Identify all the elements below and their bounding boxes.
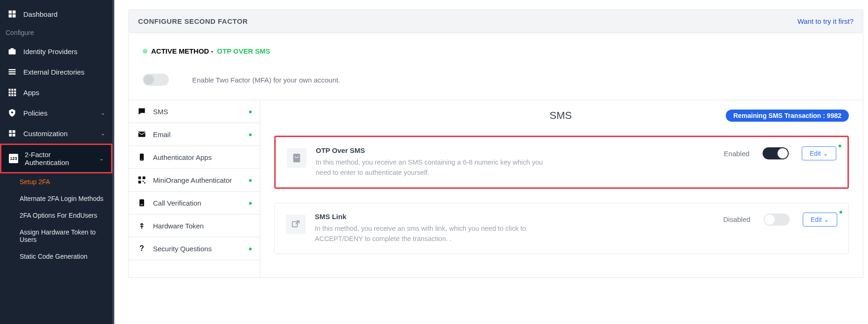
svg-rect-16 — [11, 94, 13, 96]
page-title: CONFIGURE SECOND FACTOR — [138, 17, 248, 25]
sidebar-item-apps[interactable]: Apps — [0, 82, 112, 103]
method-controls: Disabled Edit ⌄ — [723, 213, 838, 227]
tab-hardware-token[interactable]: Hardware Token — [129, 214, 260, 237]
method-name: OTP Over SMS — [316, 146, 715, 154]
method-card-sms-link: ● SMS Link In this method, you receive a… — [274, 203, 849, 254]
puzzle-icon — [7, 129, 17, 138]
svg-rect-19 — [9, 130, 12, 133]
methods-list: SMS Remaining SMS Transaction : 9982 ● O… — [260, 100, 863, 277]
tab-label: Call Verification — [153, 199, 201, 207]
svg-point-18 — [11, 111, 13, 113]
call-icon — [137, 198, 146, 207]
tab-authenticator-apps[interactable]: Authenticator Apps — [129, 146, 260, 169]
phone-icon — [137, 152, 146, 162]
svg-rect-0 — [9, 11, 12, 14]
method-name: SMS Link — [315, 213, 714, 221]
svg-rect-11 — [14, 89, 16, 91]
tab-call-verification[interactable]: Call Verification ● — [129, 192, 260, 214]
tab-security-questions[interactable]: ? Security Questions ● — [129, 237, 260, 260]
sidebar-section-configure: Configure — [0, 24, 112, 41]
tab-label: Authenticator Apps — [153, 153, 212, 161]
tab-label: Email — [153, 131, 171, 138]
check-icon: ● — [249, 176, 252, 184]
sidebar-item-policies[interactable]: Policies ⌄ — [0, 103, 112, 123]
dashboard-icon — [7, 9, 17, 19]
sidebar-item-label: Policies — [23, 109, 94, 117]
check-icon: ● — [249, 131, 252, 138]
main-content: CONFIGURE SECOND FACTOR Want to try it f… — [114, 0, 868, 324]
envelope-icon — [137, 130, 146, 139]
sidebar-item-2fa[interactable]: 123 2-Factor Authentication ⌄ — [0, 144, 112, 173]
sidebar-sub-setup-2fa[interactable]: Setup 2FA — [0, 173, 112, 190]
method-card-otp-sms: ● OTP Over SMS In this method, you recei… — [274, 136, 849, 189]
check-icon: ● — [249, 199, 252, 207]
enable-mfa-toggle[interactable] — [143, 74, 169, 86]
method-info: SMS Link In this method, you receive an … — [315, 213, 714, 244]
sidebar-sub-alternate[interactable]: Alternate 2FA Login Methods — [0, 190, 112, 207]
chevron-down-icon: ⌄ — [824, 216, 829, 223]
tab-miniorange-authenticator[interactable]: MiniOrange Authenticator ● — [129, 169, 260, 192]
svg-rect-13 — [11, 91, 13, 93]
check-icon: ● — [249, 108, 252, 115]
svg-rect-22 — [13, 134, 15, 137]
shield-icon — [7, 108, 17, 117]
method-toggle[interactable] — [764, 214, 790, 226]
svg-rect-27 — [143, 177, 146, 179]
tab-email[interactable]: Email ● — [129, 123, 260, 146]
sms-remaining-badge: Remaining SMS Transaction : 9982 — [726, 110, 849, 122]
sidebar-sub-options-endusers[interactable]: 2FA Options For EndUsers — [0, 207, 112, 224]
svg-rect-26 — [139, 177, 141, 179]
svg-rect-1 — [13, 11, 16, 14]
sidebar-item-external-directories[interactable]: External Directories — [0, 62, 112, 82]
sidebar-item-dashboard[interactable]: Dashboard — [0, 4, 112, 24]
briefcase-icon — [7, 47, 17, 56]
svg-rect-30 — [144, 182, 146, 184]
chevron-down-icon: ⌄ — [823, 150, 828, 157]
tab-sms[interactable]: SMS ● — [129, 100, 260, 123]
list-icon — [7, 67, 17, 76]
sidebar-item-identity-providers[interactable]: Identity Providers — [0, 41, 112, 62]
method-state: Disabled — [723, 215, 750, 223]
sidebar-item-label: Dashboard — [23, 10, 105, 18]
chat-icon — [137, 107, 146, 116]
svg-rect-20 — [13, 130, 15, 133]
tab-label: Security Questions — [153, 245, 212, 253]
sidebar-sub-static-code[interactable]: Static Code Generation — [0, 248, 112, 265]
method-tabs: SMS ● Email ● Authenticator Apps MiniOra… — [129, 100, 260, 277]
check-icon: ● — [249, 245, 252, 252]
svg-rect-31 — [139, 200, 144, 207]
method-toggle[interactable] — [763, 147, 789, 159]
svg-rect-3 — [13, 14, 16, 18]
status-dot-icon — [143, 49, 147, 54]
active-method-label: ACTIVE METHOD - — [151, 47, 213, 55]
check-icon: ● — [839, 208, 843, 215]
svg-rect-28 — [139, 181, 141, 184]
methods-header: SMS Remaining SMS Transaction : 9982 — [274, 110, 849, 122]
svg-rect-15 — [9, 94, 11, 96]
svg-rect-29 — [143, 181, 144, 182]
edit-button[interactable]: Edit ⌄ — [802, 146, 836, 160]
enable-mfa-text: Enable Two Factor (MFA) for your own acc… — [192, 76, 340, 84]
svg-rect-23 — [139, 131, 146, 137]
tab-label: Hardware Token — [153, 222, 204, 230]
svg-rect-10 — [11, 89, 13, 91]
sidebar-item-label: Apps — [23, 89, 105, 97]
sidebar-sub-assign-token[interactable]: Assign Hardware Token to Users — [0, 224, 112, 248]
svg-rect-8 — [9, 73, 16, 75]
grid-icon — [7, 88, 17, 97]
svg-rect-9 — [9, 89, 11, 91]
svg-rect-32 — [292, 221, 298, 227]
chevron-down-icon: ⌄ — [101, 110, 105, 116]
svg-rect-7 — [9, 71, 16, 73]
check-icon: ● — [838, 142, 842, 149]
sidebar-item-customization[interactable]: Customization ⌄ — [0, 123, 112, 144]
method-description: In this method, you receive an sms with … — [315, 223, 543, 244]
edit-button[interactable]: Edit ⌄ — [803, 213, 837, 227]
header-panel: CONFIGURE SECOND FACTOR Want to try it f… — [128, 9, 863, 33]
try-it-link[interactable]: Want to try it first? — [798, 17, 854, 25]
sidebar-item-label: Identity Providers — [23, 48, 105, 55]
method-info: OTP Over SMS In this method, you receive… — [316, 146, 715, 178]
methods-container: SMS ● Email ● Authenticator Apps MiniOra… — [128, 100, 863, 278]
enable-mfa-row: Enable Two Factor (MFA) for your own acc… — [143, 74, 849, 86]
active-method-row: ACTIVE METHOD - OTP OVER SMS — [143, 47, 849, 55]
